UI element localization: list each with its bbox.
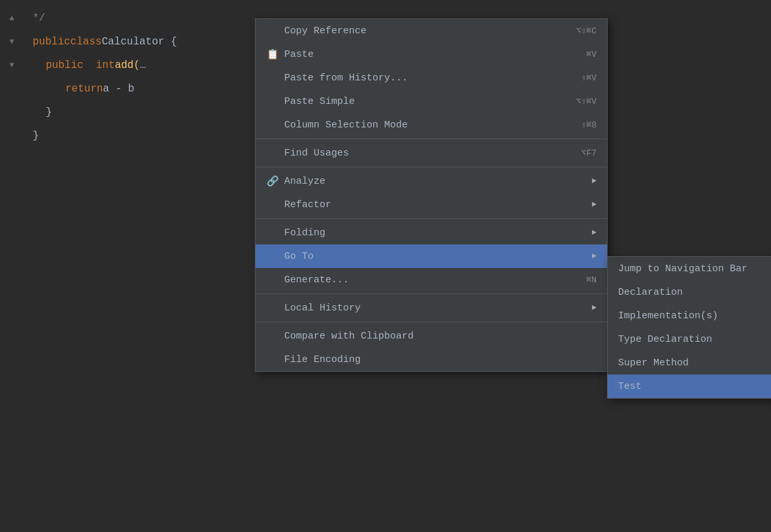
separator-5 [255, 322, 607, 322]
submenu-arrow: ► [592, 176, 597, 186]
menu-label: Paste Simple [284, 96, 355, 107]
menu-shortcut: ⌥⇧⌘C [576, 25, 597, 36]
paste-simple-icon [266, 95, 279, 108]
menu-label: File Encoding [284, 354, 361, 365]
fold-icon-6 [5, 129, 18, 142]
code-token: class [71, 30, 102, 54]
code-token: } [46, 101, 52, 124]
copy-reference-icon [266, 24, 279, 37]
separator-1 [255, 139, 607, 139]
menu-item-paste-history[interactable]: Paste from History... ⇧⌘V [255, 66, 607, 90]
menu-item-folding[interactable]: Folding ► [255, 221, 607, 244]
code-token: public [46, 54, 96, 77]
menu-label: Go To [284, 251, 314, 262]
submenu-item-super-method[interactable]: Super Method [608, 351, 771, 374]
code-line-1: ▲ */ [0, 7, 248, 30]
menu-shortcut: ⌥⇧⌘V [576, 96, 597, 107]
refactor-icon [266, 198, 279, 211]
file-encoding-icon [266, 353, 279, 366]
menu-label: Paste [284, 49, 314, 60]
menu-label: Copy Reference [284, 25, 367, 37]
submenu-item-implementation[interactable]: Implementation(s) [608, 304, 771, 327]
code-token-int: int [96, 54, 115, 77]
code-token: a - b [103, 77, 135, 101]
go-to-icon [266, 250, 279, 263]
fold-icon-1[interactable]: ▲ [5, 12, 18, 25]
submenu-arrow: ► [592, 200, 597, 209]
submenu-item-declaration[interactable]: Declaration [608, 280, 771, 304]
menu-label: Compare with Clipboard [284, 331, 414, 342]
menu-item-copy-reference[interactable]: Copy Reference ⌥⇧⌘C [255, 19, 607, 42]
paste-history-icon [266, 71, 279, 84]
code-token: … [140, 54, 146, 77]
paste-icon: 📋 [266, 48, 279, 61]
menu-item-compare-clipboard[interactable]: Compare with Clipboard [255, 324, 607, 348]
menu-shortcut: ⌘N [586, 274, 597, 285]
menu-label: Paste from History... [284, 73, 408, 84]
fold-icon-4 [5, 82, 18, 95]
menu-item-file-encoding[interactable]: File Encoding [255, 348, 607, 371]
separator-4 [255, 293, 607, 294]
folding-icon [266, 226, 279, 239]
code-line-3: ▼ public int add( … [0, 54, 248, 77]
menu-shortcut: ⌘V [586, 49, 597, 59]
menu-shortcut: ⌥F7 [582, 148, 597, 158]
code-line-4: return a - b [0, 77, 248, 101]
submenu-arrow: ► [592, 252, 597, 261]
menu-item-local-history[interactable]: Local History ► [255, 296, 607, 320]
menu-shortcut: ⇧⌘8 [582, 120, 597, 130]
menu-label: Refactor [284, 199, 331, 210]
go-to-submenu: Jump to Navigation Bar Declaration Imple… [607, 256, 771, 399]
menu-label: Local History [284, 303, 361, 314]
menu-item-refactor[interactable]: Refactor ► [255, 193, 607, 216]
menu-item-paste-simple[interactable]: Paste Simple ⌥⇧⌘V [255, 90, 607, 113]
submenu-label: Super Method [618, 357, 689, 369]
submenu-arrow: ► [592, 303, 597, 312]
generate-icon [266, 273, 279, 286]
menu-item-analyze[interactable]: 🔗 Analyze ► [255, 169, 607, 193]
menu-label: Analyze [284, 176, 325, 187]
code-line-5: } [0, 101, 248, 124]
code-token: Calculator { [102, 30, 177, 54]
fold-icon-2[interactable]: ▼ [5, 35, 18, 48]
code-line-2: ▼ public class Calculator { [0, 30, 248, 54]
find-usages-icon [266, 146, 279, 159]
context-menu: Copy Reference ⌥⇧⌘C 📋 Paste ⌘V Paste fro… [255, 18, 608, 372]
code-token: public [33, 30, 71, 54]
submenu-item-test[interactable]: Test [608, 374, 771, 398]
code-token: return [65, 77, 103, 101]
menu-label: Find Usages [284, 148, 349, 159]
menu-item-go-to[interactable]: Go To ► [255, 244, 607, 268]
separator-2 [255, 167, 607, 167]
submenu-item-jump-navigation[interactable]: Jump to Navigation Bar [608, 257, 771, 280]
code-token: add( [115, 54, 140, 77]
submenu-arrow: ► [592, 228, 597, 237]
menu-label: Column Selection Mode [284, 120, 408, 131]
submenu-label: Implementation(s) [618, 310, 718, 322]
code-line-6: } [0, 124, 248, 148]
compare-clipboard-icon [266, 329, 279, 342]
menu-label: Generate... [284, 274, 349, 286]
menu-item-generate[interactable]: Generate... ⌘N [255, 268, 607, 291]
submenu-label: Jump to Navigation Bar [618, 263, 747, 274]
fold-icon-5 [5, 106, 18, 119]
menu-item-column-selection[interactable]: Column Selection Mode ⇧⌘8 [255, 113, 607, 137]
code-lines: ▲ */ ▼ public class Calculator { ▼ publi… [0, 0, 248, 532]
submenu-item-type-declaration[interactable]: Type Declaration [608, 327, 771, 351]
menu-item-find-usages[interactable]: Find Usages ⌥F7 [255, 141, 607, 165]
separator-3 [255, 218, 607, 219]
code-token: } [33, 124, 39, 148]
submenu-label: Declaration [618, 287, 683, 298]
column-selection-icon [266, 118, 279, 131]
menu-label: Folding [284, 227, 325, 239]
submenu-label: Type Declaration [618, 334, 712, 345]
fold-icon-3[interactable]: ▼ [5, 59, 18, 72]
menu-shortcut: ⇧⌘V [582, 73, 597, 83]
menu-item-paste[interactable]: 📋 Paste ⌘V [255, 42, 607, 66]
submenu-label: Test [618, 381, 642, 392]
analyze-icon: 🔗 [266, 175, 279, 188]
code-token: */ [33, 7, 45, 30]
local-history-icon [266, 301, 279, 314]
